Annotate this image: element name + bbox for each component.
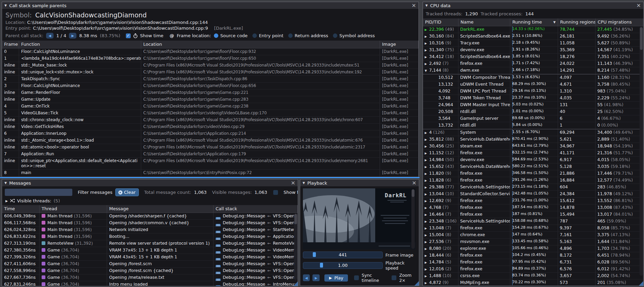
function-cell[interactable]: VideoGLBase::Tick (19, 110, 141, 116)
tree-expander-icon[interactable]: ▶ (425, 218, 429, 225)
table-row[interactable]: 1 <lambda_84a19dc444fae966ca174e83e708bd… (2, 55, 419, 62)
pid-cell[interactable]: ▶8,080 (20) (423, 245, 458, 252)
pid-cell[interactable]: 13,132 (423, 81, 458, 88)
pid-cell[interactable]: 24,964 (423, 102, 458, 108)
table-row[interactable]: 24,964 DWM Master Input Threa 5.03 ms (0… (423, 102, 643, 109)
table-row[interactable]: inline invoke_main d:\agent\_work\63\s\s… (2, 176, 419, 177)
pid-cell[interactable]: ▶12,016 (2) (423, 266, 458, 272)
thread-cell[interactable]: Main thread (31,596) (40, 233, 107, 240)
clear-button[interactable]: ×Clear (115, 188, 139, 196)
function-cell[interactable]: <lambda_84a19dc444fae966ca174e83e708bdca… (19, 55, 141, 62)
table-row[interactable]: ▶30,456 (25) steam.exe 643.61 ms (2.79%)… (423, 143, 643, 150)
tree-expander-icon[interactable]: ▶ (425, 225, 429, 231)
pid-cell[interactable]: ▶4,768 (7) (423, 204, 458, 211)
location-cell[interactable]: C:\Program Files (x86)\Microsoft Visual … (141, 69, 380, 75)
table-row[interactable]: ▶10,316 (9) Tracy.exe 2.18 s (9.45%) 11,… (423, 40, 643, 47)
pid-cell[interactable]: ▶10,316 (9) (423, 40, 458, 46)
location-cell[interactable]: C:\Users\wolf\Desktop\darkrl\src\TaskDis… (141, 76, 380, 82)
tree-expander-icon[interactable]: ▶ (425, 266, 429, 272)
location-cell[interactable]: C:\Users\wolf\Desktop\darkrl\src\Applica… (141, 151, 380, 157)
pid-cell[interactable]: ▶4,872 (9) (423, 279, 458, 286)
callstack-list-icon[interactable] (216, 231, 221, 233)
location-cell[interactable]: C:\Program Files (x86)\Microsoft Visual … (141, 158, 380, 169)
sync-timeline-checkbox[interactable] (354, 275, 359, 280)
scrollbar-thumb[interactable] (640, 27, 643, 50)
table-row[interactable]: ▶1,488 (10) csrss.exe 83.74 ms (0.36%) 3… (423, 273, 643, 279)
process-name-cell[interactable]: firefox.exe (458, 266, 510, 272)
table-row[interactable]: 627,399,326ns Game (36,704) VRAM 43x45: … (2, 254, 298, 261)
pid-cell[interactable]: ▶16,464 (7) (423, 211, 458, 218)
table-row[interactable]: ▶27,536 (7) msvsmon.exe 133.45 ms (0.58%… (423, 239, 643, 245)
pid-cell[interactable]: ▶27,536 (7) (423, 239, 458, 245)
tree-expander-icon[interactable]: ▶ (425, 157, 429, 163)
function-cell[interactable]: Video::GetTicksHiRes (19, 124, 141, 130)
playback-titlebar[interactable]: ▼ Playback × (300, 180, 419, 186)
entry-value[interactable]: C:\Users\wolf\Desktop\darkrl\src\game\vi… (33, 26, 208, 31)
pid-cell[interactable]: ▶13,044 (10) (423, 191, 458, 197)
table-row[interactable]: 627,667,736ns Game (36,704) Opening /met… (2, 274, 298, 281)
tree-expander-icon[interactable]: ▶ (425, 27, 429, 33)
process-name-cell[interactable]: devenv.exe (458, 157, 510, 163)
function-cell[interactable]: Game::RenderFloor (19, 89, 141, 96)
thread-cell[interactable]: Game (36,704) (40, 254, 107, 260)
process-name-cell[interactable]: firefox.exe (458, 252, 510, 259)
col-cpu-migrations[interactable]: CPU migrations (596, 18, 643, 26)
tree-expander-icon[interactable]: ▶ (425, 280, 429, 286)
process-name-cell[interactable]: firefox.exe (458, 204, 510, 211)
function-cell[interactable]: std::atomic<bool>::operator bool (19, 144, 141, 150)
tree-expander-icon[interactable]: ▼ (425, 68, 429, 74)
close-icon[interactable]: × (412, 3, 416, 8)
tree-expander-icon[interactable]: ▶ (425, 253, 429, 259)
process-name-cell[interactable]: ServiceHub.SettingsHost (458, 184, 510, 190)
location-value[interactable]: C:\Users\wolf\Desktop\darkrl\src\game\vi… (27, 20, 208, 25)
table-row[interactable]: 3 Floor::CalcLightNoLuminance C:\Users\w… (2, 83, 419, 89)
pid-cell[interactable]: ▶22,396 (49) (423, 26, 458, 33)
process-name-cell[interactable]: StandardCollector.Servic (458, 191, 510, 197)
pid-cell[interactable]: ▶12,692 (9) (423, 198, 458, 204)
pid-cell[interactable]: ▶14,784 (5) (423, 259, 458, 266)
tree-expander-icon[interactable]: ▶ (425, 205, 429, 211)
process-name-cell[interactable]: DWM Token Thread (458, 95, 510, 101)
tree-expander-icon[interactable]: ▶ (425, 150, 429, 156)
table-row[interactable]: ▶15,004 (8) chrome.exe 147 ms (0.64%) 7,… (423, 232, 643, 239)
table-row[interactable]: ▶14,784 (5) firefox.exe 97.95 ms (0.42%)… (423, 259, 643, 266)
messages-scrollbar[interactable] (294, 213, 297, 280)
table-row[interactable]: 627,313,190ns RemoteView (31,392) Remote… (2, 240, 298, 247)
tree-expander-icon[interactable]: ▶ (425, 259, 429, 266)
col-image[interactable]: Image (380, 41, 419, 48)
table-row[interactable]: 627,380,356ns Game (36,704) VRAM 37x45: … (2, 247, 298, 254)
table-row[interactable]: ▶15,652 (43) ServiceHub.DataWareho 580.2… (423, 163, 643, 170)
cpu-scrollbar[interactable] (640, 27, 643, 276)
table-row[interactable]: inline Game::RenderFloor C:\Users\wolf\D… (2, 89, 419, 96)
thread-cell[interactable]: Game (36,704) (40, 247, 107, 254)
table-row[interactable]: inline std::atomic<bool>::operator bool … (2, 144, 419, 151)
scrollbar-thumb[interactable] (294, 214, 297, 224)
pid-cell[interactable]: ▶30,456 (25) (423, 143, 458, 149)
panel-resize-separator[interactable] (0, 177, 420, 178)
function-cell[interactable]: std::unique_lock<std::mutex>::lock (19, 69, 141, 75)
callstack-list-icon[interactable] (216, 217, 221, 219)
table-row[interactable]: ▶13,048 (7) firefox.exe 154.28 ms (0.67%… (423, 225, 643, 232)
table-row[interactable]: ▶29,388 (77) ServiceHub.SettingsHost 273… (423, 184, 643, 191)
function-cell[interactable]: Application::InnerLoop (19, 130, 141, 137)
function-cell[interactable]: std::unique_ptr<Application,std::default… (19, 158, 141, 169)
col-location[interactable]: Location (141, 41, 380, 48)
process-name-cell[interactable]: chrome.exe (458, 232, 510, 238)
pid-cell[interactable]: ▶11,820 (9) (423, 170, 458, 177)
pid-cell[interactable]: ▶15,004 (8) (423, 232, 458, 238)
radio-icon[interactable] (252, 33, 257, 38)
tree-expander-icon[interactable]: ▶ (425, 143, 429, 149)
cpu-table-header[interactable]: PID/TID Name Running time▼ Running regio… (423, 18, 643, 26)
pid-cell[interactable]: 20,508 (423, 109, 458, 115)
pid-cell[interactable]: ▶1,488 (10) (423, 273, 458, 279)
table-row[interactable]: 0 Floor::CalcLightNoLuminance C:\Users\w… (2, 48, 419, 55)
process-name-cell[interactable]: msvsmon.exe (458, 239, 510, 245)
callstack-list-icon[interactable] (216, 224, 221, 226)
callstack-list-icon[interactable] (216, 265, 221, 267)
callstack-cell[interactable]: DebugLog::Message←VideoMemo (214, 254, 298, 260)
callstack-cell[interactable]: DebugLog::Message←VFS::Open (214, 261, 298, 267)
table-row[interactable]: ▶12,692 (9) firefox.exe 231.76 ms (1.00%… (423, 198, 643, 204)
pid-cell[interactable]: ▶34,412 (18) (423, 54, 458, 60)
process-name-cell[interactable]: ServiceHub.DataWareho (458, 136, 510, 143)
thread-cell[interactable]: Game (36,704) (40, 281, 107, 286)
